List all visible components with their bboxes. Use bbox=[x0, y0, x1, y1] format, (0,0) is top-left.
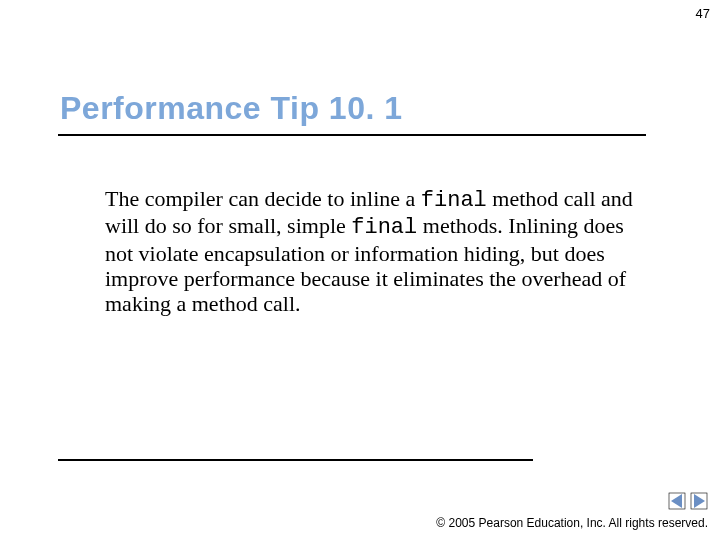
copyright: © 2005 Pearson Education, Inc. All right… bbox=[436, 516, 708, 530]
code-final-1: final bbox=[421, 188, 487, 213]
bottom-rule bbox=[58, 459, 533, 461]
triangle-left-icon bbox=[668, 492, 686, 510]
svg-marker-3 bbox=[694, 494, 705, 508]
triangle-right-icon bbox=[690, 492, 708, 510]
body-text: The compiler can decide to inline a fina… bbox=[105, 186, 635, 316]
prev-slide-button[interactable] bbox=[668, 492, 686, 510]
top-rule bbox=[58, 134, 646, 136]
next-slide-button[interactable] bbox=[690, 492, 708, 510]
page-number: 47 bbox=[696, 6, 710, 21]
slide-title: Performance Tip 10. 1 bbox=[60, 90, 403, 127]
svg-marker-1 bbox=[671, 494, 682, 508]
nav-arrows bbox=[668, 492, 708, 510]
code-final-2: final bbox=[351, 215, 417, 240]
body-seg1: The compiler can decide to inline a bbox=[105, 186, 421, 211]
